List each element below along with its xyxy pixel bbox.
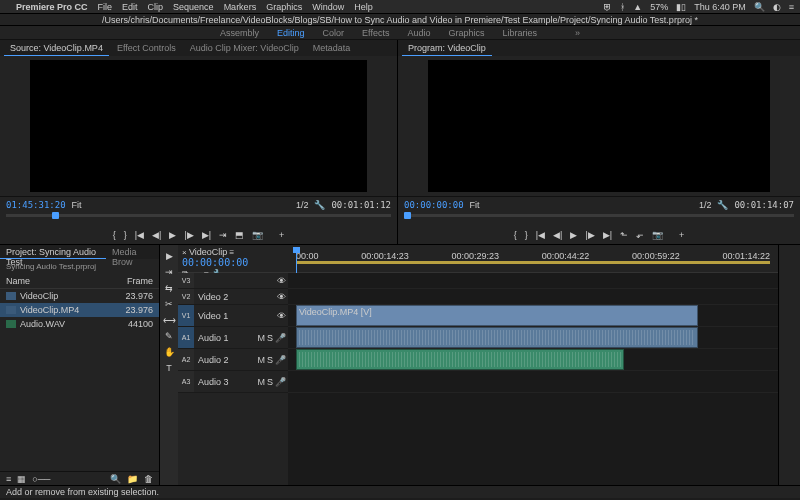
a2-toggle[interactable]: A2 bbox=[178, 349, 194, 370]
timeline-tc[interactable]: 00:00:00:00 bbox=[182, 257, 284, 268]
spotlight-icon[interactable]: 🔍 bbox=[754, 2, 765, 12]
ws-color[interactable]: Color bbox=[323, 28, 345, 38]
menu-clip[interactable]: Clip bbox=[148, 2, 164, 12]
mark-out-icon[interactable]: } bbox=[124, 230, 127, 240]
tab-metadata[interactable]: Metadata bbox=[307, 41, 357, 55]
timeline-ruler[interactable]: 00:00 00:00:14:23 00:00:29:23 00:00:44:2… bbox=[288, 245, 778, 272]
solo-icon[interactable]: S bbox=[267, 377, 273, 387]
bluetooth-icon[interactable]: ᚼ bbox=[620, 2, 625, 12]
ripple-tool-icon[interactable]: ⇆ bbox=[165, 283, 173, 293]
menu-window[interactable]: Window bbox=[312, 2, 344, 12]
program-fit[interactable]: Fit bbox=[470, 200, 480, 210]
mark-in-icon[interactable]: { bbox=[514, 230, 517, 240]
solo-icon[interactable]: S bbox=[267, 355, 273, 365]
step-fwd-icon[interactable]: |▶ bbox=[184, 230, 193, 240]
mic-icon[interactable]: 🎤 bbox=[275, 377, 286, 387]
icon-view-icon[interactable]: ▦ bbox=[17, 474, 26, 484]
tab-audio-mixer[interactable]: Audio Clip Mixer: VideoClip bbox=[184, 41, 305, 55]
new-bin-icon[interactable]: 📁 bbox=[127, 474, 138, 484]
sequence-name[interactable]: VideoClip bbox=[189, 247, 227, 257]
project-item[interactable]: VideoClip.MP423.976 bbox=[0, 303, 159, 317]
add-button-icon[interactable]: + bbox=[279, 230, 284, 240]
type-tool-icon[interactable]: T bbox=[166, 363, 172, 373]
col-name[interactable]: Name bbox=[6, 276, 127, 286]
video-clip[interactable]: VideoClip.MP4 [V] bbox=[296, 305, 698, 326]
app-name[interactable]: Premiere Pro CC bbox=[16, 2, 88, 12]
work-area-bar[interactable] bbox=[296, 261, 770, 264]
eye-icon[interactable]: 👁 bbox=[277, 276, 286, 286]
insert-icon[interactable]: ⇥ bbox=[219, 230, 227, 240]
ws-effects[interactable]: Effects bbox=[362, 28, 389, 38]
audio-clip[interactable] bbox=[296, 327, 698, 348]
mute-icon[interactable]: M bbox=[257, 377, 265, 387]
ws-graphics[interactable]: Graphics bbox=[448, 28, 484, 38]
prev-icon[interactable]: |◀ bbox=[536, 230, 545, 240]
a3-toggle[interactable]: A3 bbox=[178, 371, 194, 392]
a1-toggle[interactable]: A1 bbox=[178, 327, 194, 348]
eye-icon[interactable]: 👁 bbox=[277, 311, 286, 321]
ws-libraries[interactable]: Libraries bbox=[502, 28, 537, 38]
mute-icon[interactable]: M bbox=[257, 355, 265, 365]
tab-effect-controls[interactable]: Effect Controls bbox=[111, 41, 182, 55]
next-icon[interactable]: ▶| bbox=[603, 230, 612, 240]
menu-sequence[interactable]: Sequence bbox=[173, 2, 214, 12]
tab-media-browser[interactable]: Media Brow bbox=[106, 245, 159, 259]
audio-clip[interactable] bbox=[296, 349, 624, 370]
v3-toggle[interactable]: V3 bbox=[178, 273, 194, 288]
track-select-tool-icon[interactable]: ⇥ bbox=[165, 267, 173, 277]
mute-icon[interactable]: M bbox=[257, 333, 265, 343]
wrench-icon[interactable]: 🔧 bbox=[314, 200, 325, 210]
ws-audio[interactable]: Audio bbox=[407, 28, 430, 38]
program-scrubber[interactable] bbox=[398, 212, 800, 226]
project-item[interactable]: Audio.WAV44100 bbox=[0, 317, 159, 331]
menu-file[interactable]: File bbox=[98, 2, 113, 12]
tab-project[interactable]: Project: Syncing Audio Test bbox=[0, 245, 106, 259]
search-icon[interactable]: 🔍 bbox=[110, 474, 121, 484]
wifi-icon[interactable]: ▲ bbox=[633, 2, 642, 12]
shield-icon[interactable]: ⛨ bbox=[603, 2, 612, 12]
trash-icon[interactable]: 🗑 bbox=[144, 474, 153, 484]
user-icon[interactable]: ◐ bbox=[773, 2, 781, 12]
program-viewer[interactable] bbox=[428, 60, 770, 192]
source-ratio[interactable]: 1/2 bbox=[296, 200, 309, 210]
selection-tool-icon[interactable]: ▶ bbox=[166, 251, 173, 261]
hand-tool-icon[interactable]: ✋ bbox=[164, 347, 175, 357]
menu-graphics[interactable]: Graphics bbox=[266, 2, 302, 12]
step-back-icon[interactable]: ◀| bbox=[553, 230, 562, 240]
add-button-icon[interactable]: + bbox=[679, 230, 684, 240]
v1-toggle[interactable]: V1 bbox=[178, 305, 194, 326]
col-frame[interactable]: Frame bbox=[127, 276, 153, 286]
play-icon[interactable]: ▶ bbox=[570, 230, 577, 240]
export-frame-icon[interactable]: 📷 bbox=[252, 230, 263, 240]
extract-icon[interactable]: ⬐ bbox=[636, 230, 644, 240]
program-tc-in[interactable]: 00:00:00:00 bbox=[404, 200, 464, 210]
v2-toggle[interactable]: V2 bbox=[178, 289, 194, 304]
ws-editing[interactable]: Editing bbox=[277, 28, 305, 38]
overwrite-icon[interactable]: ⬒ bbox=[235, 230, 244, 240]
mic-icon[interactable]: 🎤 bbox=[275, 355, 286, 365]
razor-tool-icon[interactable]: ✂ bbox=[165, 299, 173, 309]
menu-edit[interactable]: Edit bbox=[122, 2, 138, 12]
lift-icon[interactable]: ⬑ bbox=[620, 230, 628, 240]
step-back-icon[interactable]: ◀| bbox=[152, 230, 161, 240]
solo-icon[interactable]: S bbox=[267, 333, 273, 343]
export-frame-icon[interactable]: 📷 bbox=[652, 230, 663, 240]
mark-in-icon[interactable]: { bbox=[113, 230, 116, 240]
menu-help[interactable]: Help bbox=[354, 2, 373, 12]
program-ratio[interactable]: 1/2 bbox=[699, 200, 712, 210]
source-fit[interactable]: Fit bbox=[72, 200, 82, 210]
project-item[interactable]: VideoClip23.976 bbox=[0, 289, 159, 303]
clock[interactable]: Thu 6:40 PM bbox=[694, 2, 746, 12]
prev-icon[interactable]: |◀ bbox=[135, 230, 144, 240]
menu-markers[interactable]: Markers bbox=[224, 2, 257, 12]
zoom-slider[interactable]: ○── bbox=[32, 474, 50, 484]
play-icon[interactable]: ▶ bbox=[169, 230, 176, 240]
ws-assembly[interactable]: Assembly bbox=[220, 28, 259, 38]
tab-program[interactable]: Program: VideoClip bbox=[402, 41, 492, 56]
mic-icon[interactable]: 🎤 bbox=[275, 333, 286, 343]
tab-source[interactable]: Source: VideoClip.MP4 bbox=[4, 41, 109, 56]
menu-icon[interactable]: ≡ bbox=[789, 2, 794, 12]
step-fwd-icon[interactable]: |▶ bbox=[585, 230, 594, 240]
source-viewer[interactable] bbox=[30, 60, 367, 192]
ws-overflow-icon[interactable]: » bbox=[575, 28, 580, 38]
